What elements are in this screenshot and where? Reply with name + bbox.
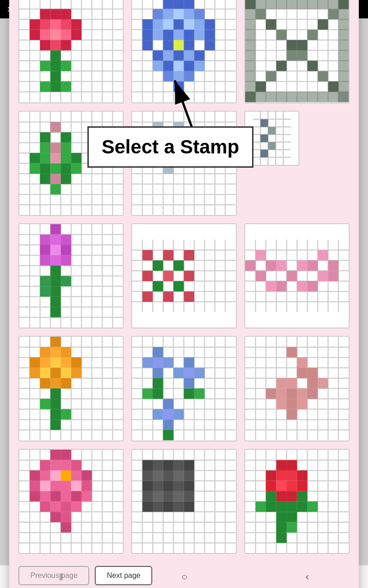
svg-rect-479 xyxy=(81,481,92,491)
svg-rect-442 xyxy=(287,409,297,420)
stamp-item-rose[interactable] xyxy=(18,0,124,103)
svg-rect-320 xyxy=(276,281,287,292)
svg-rect-290 xyxy=(143,291,153,302)
svg-rect-123 xyxy=(255,9,266,20)
svg-rect-102 xyxy=(173,81,184,92)
svg-rect-530 xyxy=(173,491,184,502)
svg-rect-572 xyxy=(276,501,287,512)
svg-rect-68 xyxy=(184,9,195,20)
svg-rect-567 xyxy=(287,491,297,502)
svg-rect-24 xyxy=(51,19,61,30)
svg-rect-224 xyxy=(260,134,268,142)
svg-rect-472 xyxy=(71,470,82,481)
back-icon[interactable]: ‹ xyxy=(305,571,309,583)
svg-rect-133 xyxy=(317,19,328,30)
svg-rect-29 xyxy=(51,30,61,40)
svg-rect-366 xyxy=(51,419,61,430)
svg-rect-402 xyxy=(153,409,163,420)
svg-rect-474 xyxy=(30,481,40,491)
svg-rect-362 xyxy=(40,399,51,409)
svg-rect-533 xyxy=(153,501,163,512)
svg-rect-349 xyxy=(40,357,51,368)
svg-rect-142 xyxy=(245,92,349,102)
svg-rect-436 xyxy=(287,389,297,399)
stamp-item-blue-flower[interactable] xyxy=(131,0,236,103)
svg-rect-399 xyxy=(184,389,195,399)
svg-rect-438 xyxy=(307,389,318,399)
stamp-item-butterfly[interactable] xyxy=(244,223,350,328)
svg-rect-441 xyxy=(297,399,307,409)
svg-rect-568 xyxy=(266,491,276,502)
main-container: Stamps xyxy=(0,18,368,565)
svg-rect-66 xyxy=(163,9,174,20)
svg-rect-439 xyxy=(276,399,287,409)
stamp-item-orange-flower[interactable] xyxy=(18,336,124,441)
svg-rect-364 xyxy=(51,409,61,420)
svg-rect-314 xyxy=(297,260,307,271)
svg-rect-67 xyxy=(173,9,184,20)
svg-rect-64 xyxy=(184,0,195,9)
menu-icon[interactable]: ⦀ xyxy=(59,571,63,583)
svg-rect-398 xyxy=(184,378,195,389)
svg-rect-490 xyxy=(51,512,61,522)
svg-rect-363 xyxy=(51,399,61,409)
svg-rect-91 xyxy=(184,51,195,61)
svg-rect-130 xyxy=(328,81,339,92)
svg-rect-517 xyxy=(143,470,153,481)
stamp-item-blue-flowers[interactable] xyxy=(131,336,236,441)
stamp-item-geometric[interactable] xyxy=(244,0,350,103)
svg-rect-318 xyxy=(255,271,266,281)
svg-rect-223 xyxy=(268,127,276,135)
stamp-item-small-floral[interactable] xyxy=(131,223,236,328)
svg-rect-524 xyxy=(163,481,174,491)
stamp-item-tulip[interactable] xyxy=(18,223,124,328)
svg-rect-482 xyxy=(51,491,61,502)
svg-rect-75 xyxy=(195,19,205,30)
svg-rect-20 xyxy=(51,9,61,20)
svg-rect-435 xyxy=(276,389,287,399)
svg-rect-477 xyxy=(61,481,71,491)
svg-rect-471 xyxy=(61,470,71,481)
svg-rect-523 xyxy=(153,481,163,491)
stamp-item-pink-diagonal[interactable] xyxy=(244,336,350,441)
svg-rect-129 xyxy=(317,71,328,82)
svg-rect-515 xyxy=(173,460,184,470)
svg-rect-478 xyxy=(71,481,82,491)
svg-rect-281 xyxy=(163,250,174,260)
svg-rect-74 xyxy=(184,19,195,30)
svg-rect-564 xyxy=(287,481,297,491)
svg-rect-253 xyxy=(40,255,51,266)
svg-rect-26 xyxy=(71,19,82,30)
stamp-item-red-rose[interactable] xyxy=(244,449,350,554)
svg-rect-393 xyxy=(143,389,153,399)
svg-rect-62 xyxy=(163,0,174,9)
svg-rect-88 xyxy=(205,40,215,51)
svg-rect-483 xyxy=(61,491,71,502)
stamp-item-dark-grid[interactable] xyxy=(131,449,236,554)
svg-rect-357 xyxy=(71,368,82,379)
svg-rect-579 xyxy=(287,522,297,532)
svg-rect-563 xyxy=(276,481,287,491)
svg-rect-348 xyxy=(30,357,40,368)
stamp-item-pink-mandala[interactable] xyxy=(18,449,124,554)
svg-rect-440 xyxy=(287,399,297,409)
svg-rect-254 xyxy=(51,255,61,266)
svg-rect-21 xyxy=(61,9,71,20)
svg-rect-246 xyxy=(51,224,61,235)
svg-rect-344 xyxy=(51,337,61,347)
svg-rect-288 xyxy=(153,281,163,292)
svg-rect-571 xyxy=(266,501,276,512)
svg-rect-429 xyxy=(317,378,328,389)
svg-rect-251 xyxy=(51,245,61,255)
svg-rect-180 xyxy=(40,174,51,184)
svg-rect-486 xyxy=(40,501,51,512)
svg-rect-512 xyxy=(143,460,153,470)
svg-rect-487 xyxy=(51,501,61,512)
next-page-button[interactable]: Next page xyxy=(95,566,152,585)
svg-rect-41 xyxy=(51,81,61,92)
svg-rect-86 xyxy=(184,40,195,51)
previous-page-button[interactable]: Previous page xyxy=(18,566,89,585)
svg-rect-127 xyxy=(297,51,307,61)
svg-rect-405 xyxy=(163,419,174,430)
home-icon[interactable]: ○ xyxy=(181,571,187,583)
